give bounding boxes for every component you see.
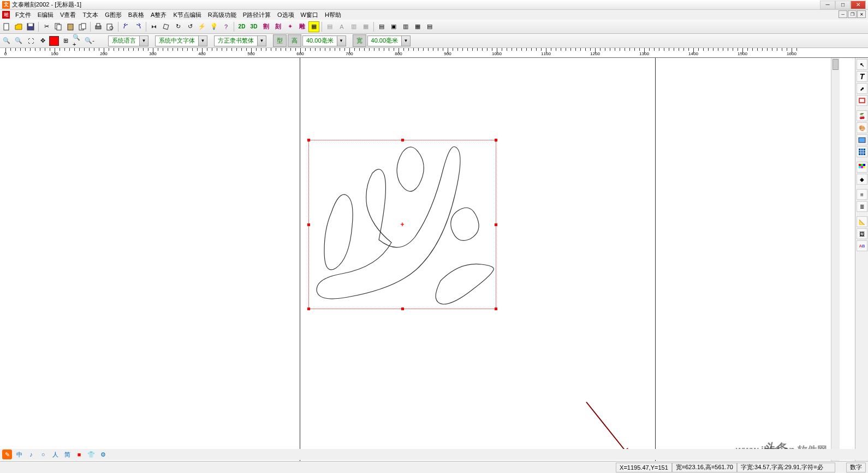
text-align-5[interactable]: ▤ (424, 21, 435, 32)
scroll-thumb[interactable] (833, 59, 839, 70)
font-dropdown[interactable]: 系统中文字体 ▼ (155, 36, 207, 46)
ab-tool[interactable]: AB (857, 240, 867, 251)
menu-edit[interactable]: E编辑 (34, 10, 57, 20)
paint-tool[interactable]: 🎨 (857, 122, 867, 133)
ime-rec-icon[interactable]: ■ (74, 450, 84, 459)
align-tool2[interactable]: A (336, 21, 347, 32)
zoom-out[interactable]: 🔍- (84, 36, 95, 46)
text-tool[interactable]: T (857, 71, 867, 82)
yellow-tool-button[interactable]: ▦ (308, 21, 319, 32)
menu-table[interactable]: B表格 (125, 10, 147, 20)
ime-circle-icon[interactable]: ○ (38, 450, 48, 459)
fill-color[interactable] (49, 36, 59, 46)
align-tool1[interactable]: ▤ (324, 21, 335, 32)
undo-button[interactable] (121, 21, 132, 32)
paste-button[interactable] (65, 21, 76, 32)
rotate-ccw-button[interactable]: ↺ (185, 21, 195, 32)
type-button[interactable]: 型 (273, 34, 287, 47)
mdi-close[interactable]: ✕ (857, 10, 866, 18)
cube-tool[interactable]: ◆ (857, 174, 867, 185)
ime-shirt-icon[interactable]: 👕 (86, 450, 96, 459)
maximize-button[interactable]: □ (835, 1, 851, 9)
zoom-in[interactable]: 🔍+ (72, 36, 83, 46)
canvas[interactable]: + (0, 58, 855, 462)
menu-text[interactable]: T文本 (79, 10, 102, 20)
align-tool3[interactable]: ▥ (348, 21, 359, 32)
help-button[interactable]: ? (221, 21, 231, 32)
menu-help[interactable]: H帮助 (322, 10, 344, 20)
menu-path[interactable]: P路径计算 (240, 10, 274, 20)
3d-button[interactable]: 3D (248, 21, 259, 32)
ime-moon-icon[interactable]: ♪ (26, 450, 36, 459)
menu-node-edit[interactable]: K节点编辑 (170, 10, 204, 20)
dropdown-arrow-icon[interactable]: ▼ (139, 36, 148, 46)
ime-gear-icon[interactable]: ⚙ (98, 450, 108, 459)
tool-button[interactable]: ⚡ (197, 21, 207, 32)
engrave-button[interactable]: 刻 (272, 21, 283, 32)
rotate-cw-button[interactable]: ↻ (173, 21, 183, 32)
menu-options[interactable]: O选项 (274, 10, 298, 20)
cut-button[interactable]: ✂ (41, 21, 52, 32)
vertical-scrollbar[interactable] (831, 58, 840, 462)
layer-tool1[interactable]: ≡ (857, 189, 867, 200)
copy2-button[interactable] (77, 21, 88, 32)
color-palette-tool[interactable] (857, 162, 867, 173)
text-align-justify[interactable]: ▦ (412, 21, 423, 32)
menu-file[interactable]: F文件 (12, 10, 34, 20)
menu-align[interactable]: A整齐 (147, 10, 170, 20)
ime-lang[interactable]: 中 (14, 450, 24, 459)
rect-tool[interactable] (857, 95, 867, 106)
preview-button[interactable] (105, 21, 116, 32)
menu-advanced[interactable]: R高级功能 (205, 10, 240, 20)
open-button[interactable] (13, 21, 24, 32)
height-dropdown[interactable]: 40.00毫米 ▼ (302, 36, 346, 46)
import-tool[interactable]: ⬈ (857, 83, 867, 94)
text-align-center[interactable]: ▣ (388, 21, 399, 32)
print-button[interactable] (93, 21, 104, 32)
rotate-button[interactable] (160, 21, 171, 32)
photo-tool[interactable] (857, 134, 867, 145)
mdi-minimize[interactable]: ─ (839, 10, 847, 18)
dropdown-arrow-icon[interactable]: ▼ (401, 36, 410, 46)
cut-mode-button[interactable]: 割 (260, 21, 271, 32)
dropdown-arrow-icon[interactable]: ▼ (257, 36, 266, 46)
dropdown-arrow-icon[interactable]: ▼ (198, 36, 207, 46)
text-align-right[interactable]: ▥ (400, 21, 411, 32)
move-tool[interactable]: ✥ (37, 36, 48, 46)
grid-tool[interactable] (857, 146, 867, 157)
ime-icon[interactable]: ✎ (2, 450, 12, 459)
tool-symbol-button[interactable]: ✦ (284, 21, 295, 32)
align-tool4[interactable]: ▦ (360, 21, 371, 32)
text-align-left[interactable]: ▤ (376, 21, 387, 32)
pointer-tool[interactable]: ↖ (857, 59, 867, 70)
layer-tool2[interactable]: ≣ (857, 201, 867, 212)
close-button[interactable]: ✕ (851, 1, 866, 9)
selection-box[interactable]: + (308, 140, 496, 309)
save-button[interactable] (25, 21, 36, 32)
ime-simple[interactable]: 简 (62, 450, 72, 459)
zoom-fit[interactable]: ⛶ (25, 36, 36, 46)
2d-button[interactable]: 2D (236, 21, 247, 32)
new-button[interactable] (1, 21, 12, 32)
zoom-tool1[interactable]: 🔍 (1, 36, 12, 46)
dropdown-arrow-icon[interactable]: ▼ (337, 36, 346, 46)
copy-button[interactable] (53, 21, 64, 32)
picture-tool[interactable]: 🖼 (857, 228, 867, 239)
color-tool[interactable]: ⊞ (60, 36, 71, 46)
mdi-restore[interactable]: ❐ (848, 10, 857, 18)
redo-button[interactable] (133, 21, 144, 32)
width-dropdown[interactable]: 40.00毫米 ▼ (367, 36, 411, 46)
menu-graphics[interactable]: G图形 (102, 10, 125, 20)
cherry-tool[interactable]: 🍒 (857, 110, 867, 121)
menu-view[interactable]: V查看 (57, 10, 79, 20)
menu-window[interactable]: W窗口 (298, 10, 322, 20)
flip-h-button[interactable] (148, 21, 159, 32)
minimize-button[interactable]: ─ (820, 1, 835, 9)
measure-tool[interactable]: 📐 (857, 216, 867, 227)
zoom-tool2[interactable]: 🔍 (13, 36, 24, 46)
language-dropdown[interactable]: 系统语言 ▼ (108, 36, 148, 46)
ime-person-icon[interactable]: 人 (50, 450, 60, 459)
style-dropdown[interactable]: 方正隶书繁体 ▼ (214, 36, 266, 46)
carve-button[interactable]: 雕 (296, 21, 307, 32)
lightbulb-button[interactable]: 💡 (209, 21, 219, 32)
